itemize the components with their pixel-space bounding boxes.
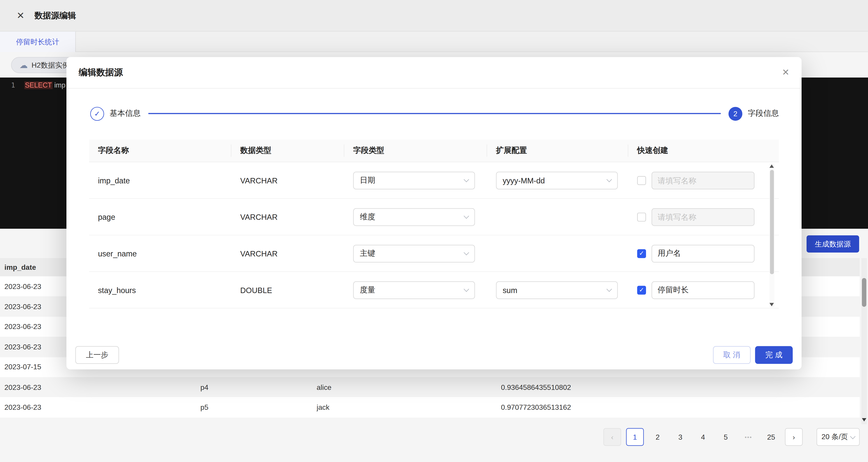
finish-button[interactable]: 完 成 <box>755 346 793 364</box>
field-type-value: 主键 <box>360 248 375 258</box>
scrollbar-thumb[interactable] <box>770 170 774 274</box>
pagination: ‹ 1 2 3 4 5 ••• 25 › 20 条/页 <box>0 424 860 450</box>
field-type-select[interactable]: 主键 <box>353 244 475 262</box>
field-name: stay_hours <box>98 285 136 294</box>
scrollbar-thumb[interactable] <box>862 278 866 307</box>
field-row-imp-date: imp_date VARCHAR 日期 yyyy-MM-dd <box>89 162 779 199</box>
column-field-type: 字段类型 <box>344 140 487 162</box>
field-row-stay-hours: stay_hours DOUBLE 度量 sum <box>89 272 779 308</box>
pagination-page-3[interactable]: 3 <box>672 428 689 446</box>
field-name: user_name <box>98 249 137 258</box>
field-type-value: 度量 <box>360 285 375 295</box>
column-header-imp-date: imp_date <box>4 263 36 271</box>
line-number: 1 <box>11 82 15 89</box>
sql-code-rest: imp <box>53 82 66 89</box>
field-type-value: 维度 <box>360 212 375 222</box>
chevron-down-icon <box>464 177 469 182</box>
quick-name-input[interactable] <box>651 281 754 299</box>
chevron-down-icon <box>607 286 612 292</box>
cell-user-name: alice <box>317 383 501 392</box>
previous-step-button[interactable]: 上一步 <box>75 346 119 364</box>
ext-config-value: sum <box>503 285 518 294</box>
fields-table-header: 字段名称 数据类型 字段类型 扩展配置 快速创建 <box>89 140 779 162</box>
cell-stay-hours: 0.9364586435510802 <box>501 383 860 392</box>
cancel-button[interactable]: 取 消 <box>713 346 751 364</box>
datasource-instance-label: H2数据实例 <box>32 60 70 70</box>
pagination-page-5[interactable]: 5 <box>717 428 735 446</box>
page-size-value: 20 条/页 <box>822 432 848 442</box>
modal-title: 编辑数据源 <box>79 67 123 78</box>
quick-name-input <box>651 208 754 226</box>
pagination-prev-button[interactable]: ‹ <box>603 428 621 446</box>
cell-imp-date: 2023-06-23 <box>4 383 200 392</box>
sql-keyword: SELECT <box>24 82 53 89</box>
generate-datasource-button[interactable]: 生成数据源 <box>807 236 859 253</box>
close-icon[interactable]: ✕ <box>17 10 24 21</box>
field-data-type: VARCHAR <box>240 176 278 185</box>
scrollbar-down-arrow-icon[interactable] <box>862 418 866 422</box>
tab-bar: 停留时长统计 <box>0 32 868 52</box>
fields-table: 字段名称 数据类型 字段类型 扩展配置 快速创建 imp_date VARCHA… <box>89 140 779 308</box>
quick-create-checkbox[interactable] <box>637 176 646 185</box>
chevron-down-icon <box>464 213 469 219</box>
tab-stay-duration[interactable]: 停留时长统计 <box>0 32 76 52</box>
pagination-page-4[interactable]: 4 <box>694 428 712 446</box>
page: ✕ 数据源编辑 停留时长统计 ☁ H2数据实例 1 SELECT imp 生成数… <box>0 0 868 462</box>
scrollbar-up-arrow-icon[interactable] <box>770 164 774 168</box>
pagination-page-25[interactable]: 25 <box>762 428 780 446</box>
field-data-type: VARCHAR <box>240 212 278 221</box>
quick-create-checkbox[interactable] <box>637 212 646 221</box>
quick-name-input[interactable] <box>651 244 754 262</box>
page-size-select[interactable]: 20 条/页 <box>816 428 860 446</box>
quick-name-input <box>651 172 754 189</box>
pagination-ellipsis[interactable]: ••• <box>740 428 757 446</box>
pagination-page-1[interactable]: 1 <box>626 428 644 446</box>
chevron-down-icon <box>850 433 856 439</box>
pagination-next-button[interactable]: › <box>785 428 803 446</box>
column-quick-create: 快速创建 <box>628 140 779 162</box>
cell-user-name: jack <box>317 403 501 411</box>
pagination-page-2[interactable]: 2 <box>649 428 666 446</box>
cloud-database-icon: ☁ <box>20 61 28 69</box>
table-row: 2023-06-23 p5 jack 0.9707723036513162 <box>0 397 860 418</box>
quick-create-checkbox[interactable]: ✓ <box>637 285 646 294</box>
cell-page: p4 <box>200 383 317 392</box>
field-data-type: DOUBLE <box>240 285 272 294</box>
step1-check-icon: ✓ <box>90 106 104 120</box>
steps-bar: ✓ 基本信息 2 字段信息 <box>90 106 779 121</box>
chevron-down-icon <box>464 286 469 292</box>
step2-number: 2 <box>728 106 742 120</box>
field-name: imp_date <box>98 176 130 185</box>
column-data-type: 数据类型 <box>231 140 344 162</box>
table-row: 2023-06-23 p4 alice 0.9364586435510802 <box>0 377 860 397</box>
fields-table-scrollbar[interactable] <box>770 163 774 307</box>
field-type-select[interactable]: 度量 <box>353 281 475 299</box>
chevron-down-icon <box>464 250 469 255</box>
chevron-down-icon <box>607 177 612 182</box>
column-ext-config: 扩展配置 <box>487 140 628 162</box>
field-data-type: VARCHAR <box>240 249 278 258</box>
ext-config-value: yyyy-MM-dd <box>503 176 545 185</box>
edit-datasource-modal: 编辑数据源 ✕ ✓ 基本信息 2 字段信息 字段名称 数据类型 字段类型 扩展配… <box>66 57 802 369</box>
steps-connector <box>148 113 721 114</box>
field-row-page: page VARCHAR 维度 <box>89 199 779 236</box>
modal-close-icon[interactable]: ✕ <box>782 67 789 78</box>
cell-imp-date: 2023-06-23 <box>4 403 200 411</box>
page-scrollbar[interactable] <box>862 258 867 424</box>
cell-stay-hours: 0.9707723036513162 <box>501 403 860 411</box>
field-type-select[interactable]: 维度 <box>353 208 475 226</box>
cell-page: p5 <box>200 403 317 411</box>
field-row-user-name: user_name VARCHAR 主键 ✓ <box>89 236 779 272</box>
field-type-select[interactable]: 日期 <box>353 172 475 189</box>
quick-create-checkbox[interactable]: ✓ <box>637 249 646 258</box>
step1-label: 基本信息 <box>110 109 141 119</box>
step2-label: 字段信息 <box>748 109 779 119</box>
ext-config-select[interactable]: yyyy-MM-dd <box>496 172 618 189</box>
field-type-value: 日期 <box>360 175 375 185</box>
scrollbar-down-arrow-icon[interactable] <box>770 303 774 306</box>
ext-config-select[interactable]: sum <box>496 281 618 299</box>
top-bar: ✕ 数据源编辑 <box>0 0 868 32</box>
column-field-name: 字段名称 <box>89 140 231 162</box>
field-name: page <box>98 212 115 221</box>
sql-code-line: SELECT imp <box>24 81 66 89</box>
